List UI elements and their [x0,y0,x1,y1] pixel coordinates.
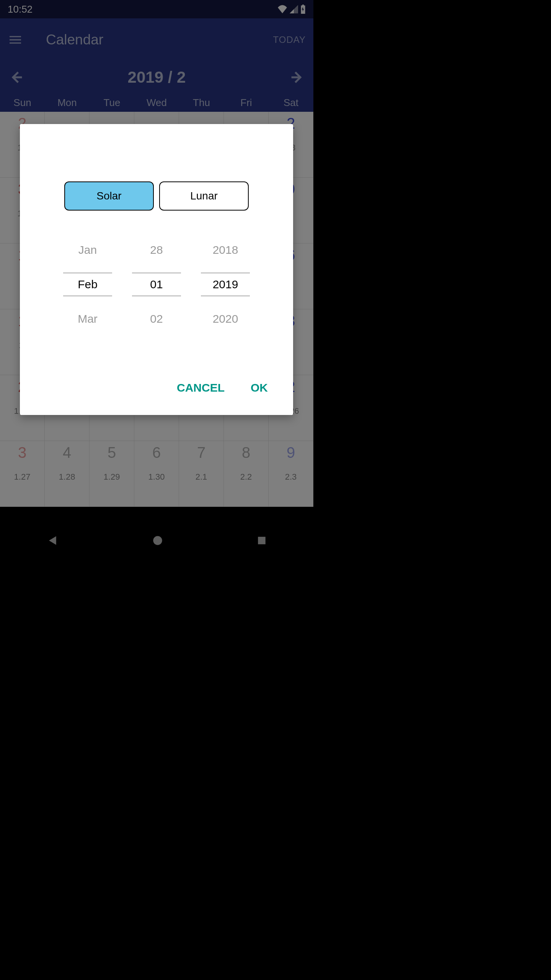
day-prev[interactable]: 28 [132,238,181,262]
month-prev[interactable]: Jan [63,238,112,262]
calendar-type-tabs: Solar Lunar [35,181,278,211]
day-picker[interactable]: 28 01 02 [132,238,181,331]
lunar-tab[interactable]: Lunar [159,181,249,211]
day-next[interactable]: 02 [132,307,181,331]
day-selected[interactable]: 01 [132,273,181,296]
date-picker-dialog: Solar Lunar Jan Feb Mar 28 01 02 2018 20… [20,124,293,415]
year-next[interactable]: 2020 [201,307,250,331]
month-next[interactable]: Mar [63,307,112,331]
dialog-actions: CANCEL OK [35,381,278,400]
month-picker[interactable]: Jan Feb Mar [63,238,112,331]
date-picker-wheels: Jan Feb Mar 28 01 02 2018 2019 2020 [35,238,278,331]
cancel-button[interactable]: CANCEL [177,381,225,394]
year-picker[interactable]: 2018 2019 2020 [201,238,250,331]
solar-tab[interactable]: Solar [64,181,154,211]
month-selected[interactable]: Feb [63,273,112,296]
year-prev[interactable]: 2018 [201,238,250,262]
dialog-overlay[interactable]: Solar Lunar Jan Feb Mar 28 01 02 2018 20… [0,0,313,557]
ok-button[interactable]: OK [251,381,268,394]
year-selected[interactable]: 2019 [201,273,250,296]
